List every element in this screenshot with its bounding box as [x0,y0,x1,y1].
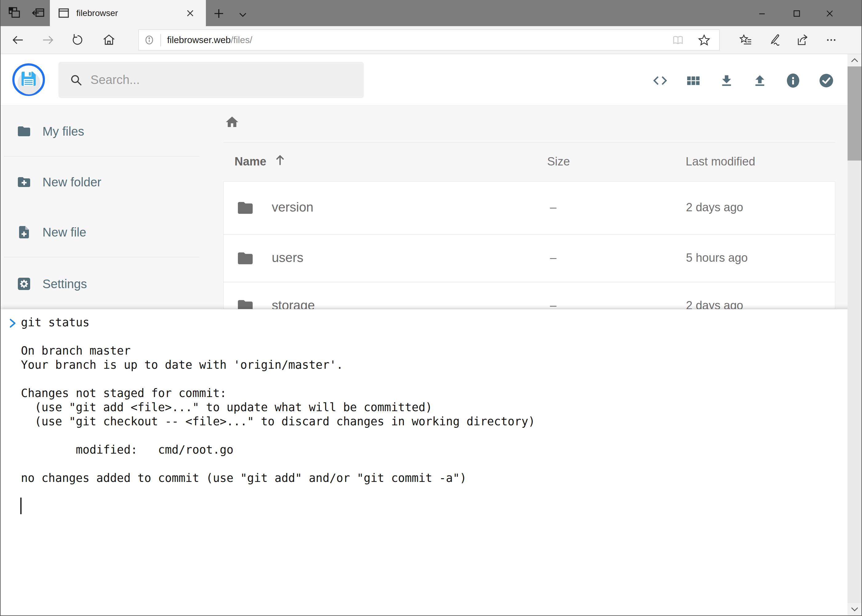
scroll-up-button[interactable] [848,54,861,66]
address-bar[interactable]: filebrowser.web/files/ [139,30,720,50]
home-icon [225,115,240,129]
share-button[interactable] [796,33,809,47]
column-header-name[interactable]: Name [235,155,266,168]
titlebar: filebrowser [1,0,861,26]
column-header-modified[interactable]: Last modified [686,155,755,168]
home-icon [102,33,116,47]
favorites-hub-icon [739,33,752,47]
sidebar-item-new-folder[interactable]: New folder [1,168,201,196]
close-window-button[interactable] [820,7,840,20]
tab-title: filebrowser [76,0,118,26]
more-options-icon [824,33,838,47]
tab-list-button[interactable] [235,7,250,22]
grid-view-icon [686,74,700,88]
column-header-size[interactable]: Size [547,155,570,168]
sidebar-item-new-file[interactable]: New file [1,218,201,246]
filebrowser-header [1,54,861,105]
stacked-tabs-icon [7,6,21,20]
file-list-card: version – 2 days ago users – 5 hours ago [224,181,835,309]
refresh-button[interactable] [71,33,85,47]
url-host: filebrowser.web [167,35,231,45]
file-size: – [550,251,556,264]
tab-list-chevron-icon [237,9,248,20]
breadcrumb-divider [224,142,835,143]
terminal-cursor [20,498,22,514]
sidebar-item-label: My files [43,124,84,138]
stacked-tabs-button[interactable] [7,6,22,20]
file-name: version [272,200,313,215]
upload-button[interactable] [753,74,767,88]
select-multiple-icon [819,74,834,88]
upload-icon [753,74,767,88]
web-page: My files New folder [1,54,861,615]
tab-filebrowser[interactable]: filebrowser [50,0,206,26]
favorite-star-button[interactable] [698,34,711,47]
file-modified: 5 hours ago [686,251,748,264]
file-size: – [550,201,556,214]
breadcrumb-home-button[interactable] [225,115,240,129]
sidebar-divider [4,156,199,157]
settings-icon [17,277,32,291]
folder-icon [17,124,32,139]
favorites-hub-button[interactable] [739,33,752,47]
new-file-icon [17,225,32,240]
forward-icon [41,33,55,47]
reading-view-icon [672,34,684,46]
chevron-up-icon [850,57,859,64]
new-tab-icon [213,7,225,20]
info-button[interactable] [786,74,800,88]
search-icon [69,74,82,86]
address-divider [160,34,161,46]
prompt-chevron-icon [9,317,17,329]
download-button[interactable] [720,74,734,88]
filebrowser-logo [12,63,45,96]
refresh-icon [71,33,85,47]
share-icon [796,33,809,47]
sort-ascending-icon [273,153,287,167]
search-input[interactable] [90,62,355,97]
file-row-users[interactable]: users – 5 hours ago [224,235,835,282]
folder-icon [236,251,254,266]
maximize-icon [792,9,801,18]
home-button[interactable] [102,33,116,47]
sidebar-item-my-files[interactable]: My files [1,117,201,146]
url-path: /files/ [231,35,252,45]
web-note-icon [768,33,782,47]
sidebar-item-label: Settings [43,277,87,291]
new-tab-button[interactable] [211,6,226,21]
site-info-icon [144,35,155,46]
favorite-star-icon [698,34,711,47]
scroll-down-button[interactable] [848,603,861,615]
page-icon [58,7,70,19]
terminal-panel[interactable]: git status On branch master Your branch … [1,309,861,615]
reading-view-button[interactable] [672,34,684,46]
back-icon [11,33,25,47]
sidebar-item-settings[interactable]: Settings [1,270,201,298]
site-info-button[interactable] [144,35,155,46]
more-options-button[interactable] [824,33,838,47]
chevron-down-icon [850,606,859,613]
new-folder-icon [17,175,32,189]
grid-view-button[interactable] [686,74,700,88]
scrollbar-thumb[interactable] [848,66,861,160]
forward-button[interactable] [41,33,55,47]
floppy-disk-icon [20,71,37,87]
close-window-icon [825,9,834,18]
sidebar-item-label: New file [43,225,86,239]
minimize-icon [757,9,767,18]
url-text: filebrowser.web/files/ [167,30,252,50]
set-tabs-aside-button[interactable] [31,6,46,20]
file-row-version[interactable]: version – 2 days ago [224,182,835,234]
code-button[interactable] [653,74,667,88]
web-note-button[interactable] [768,33,782,47]
select-multiple-button[interactable] [819,74,834,88]
page-scrollbar[interactable] [848,54,861,615]
back-button[interactable] [11,33,25,47]
terminal-output: git status On branch master Your branch … [1,310,861,485]
folder-icon [236,201,254,215]
maximize-button[interactable] [787,7,807,20]
minimize-button[interactable] [752,7,772,20]
download-icon [720,74,734,88]
sidebar-item-label: New folder [43,175,101,189]
close-tab-button[interactable] [184,8,196,19]
